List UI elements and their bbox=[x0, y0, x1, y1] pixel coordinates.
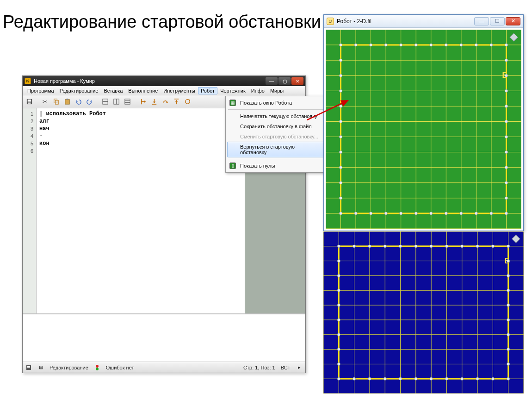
redo-icon[interactable] bbox=[85, 97, 94, 106]
svg-point-129 bbox=[384, 377, 386, 380]
menu-item-3[interactable]: Выполнение bbox=[125, 87, 161, 94]
svg-point-158 bbox=[337, 348, 340, 350]
close-button[interactable]: ✕ bbox=[291, 77, 303, 85]
svg-point-76 bbox=[339, 74, 342, 77]
svg-point-85 bbox=[505, 135, 507, 138]
robot-window: ☺ Робот - 2-D.fil — ☐ ✕ Б bbox=[323, 14, 524, 231]
cut-icon[interactable]: ✂ bbox=[40, 97, 49, 106]
svg-point-50 bbox=[339, 44, 342, 46]
svg-point-66 bbox=[460, 44, 463, 46]
svg-point-141 bbox=[476, 377, 479, 380]
svg-marker-94 bbox=[510, 33, 518, 42]
svg-point-55 bbox=[370, 212, 372, 215]
dropdown-item-4: Сменить стартовую обстановку... bbox=[227, 131, 325, 142]
svg-point-65 bbox=[445, 212, 447, 215]
svg-point-82 bbox=[339, 120, 342, 123]
console[interactable] bbox=[23, 314, 305, 362]
run-cont-icon[interactable] bbox=[183, 97, 192, 106]
svg-point-155 bbox=[507, 319, 510, 321]
svg-point-92 bbox=[339, 197, 342, 200]
code-editor[interactable]: | использовать Робот алг нач · кон bbox=[37, 108, 245, 313]
svg-point-146 bbox=[337, 260, 340, 262]
statusbar: ⊠ Редактирование Ошибок нет Стр: 1, Поз:… bbox=[23, 362, 305, 373]
svg-point-135 bbox=[430, 377, 433, 380]
svg-point-132 bbox=[414, 245, 417, 248]
svg-point-62 bbox=[430, 44, 433, 46]
save-icon[interactable] bbox=[25, 97, 34, 106]
svg-point-69 bbox=[475, 212, 477, 215]
run-into-icon[interactable] bbox=[149, 97, 159, 106]
copy-icon[interactable] bbox=[51, 97, 61, 106]
svg-point-151 bbox=[507, 289, 510, 292]
svg-point-127 bbox=[368, 377, 371, 380]
status-cursor: Стр: 1, Поз: 1 bbox=[243, 365, 275, 370]
status-errors: Ошибок нет bbox=[106, 365, 134, 370]
svg-marker-162 bbox=[512, 235, 520, 243]
svg-point-87 bbox=[505, 151, 507, 154]
svg-point-161 bbox=[507, 362, 510, 365]
menu-item-0[interactable]: Программа bbox=[25, 87, 57, 94]
remote-icon: ▯ bbox=[229, 162, 236, 169]
robot-minimize-button[interactable]: — bbox=[474, 17, 489, 25]
chevron-right-icon[interactable]: ▸ bbox=[296, 364, 303, 371]
app-icon: K bbox=[25, 78, 31, 84]
minimize-button[interactable]: — bbox=[266, 77, 278, 85]
run-over-icon[interactable] bbox=[161, 97, 170, 106]
menu-item-1[interactable]: Редактирование bbox=[57, 87, 101, 94]
svg-point-51 bbox=[339, 212, 342, 215]
svg-point-128 bbox=[384, 245, 386, 248]
panel2-icon[interactable] bbox=[111, 97, 121, 106]
svg-point-63 bbox=[430, 212, 433, 215]
maximize-button[interactable]: ▢ bbox=[278, 77, 291, 85]
svg-point-133 bbox=[414, 377, 417, 380]
run-out-icon[interactable] bbox=[172, 97, 181, 106]
svg-point-81 bbox=[505, 105, 507, 107]
svg-rect-6 bbox=[66, 99, 68, 100]
robot-titlebar[interactable]: ☺ Робот - 2-D.fil — ☐ ✕ bbox=[324, 15, 523, 28]
svg-point-19 bbox=[96, 365, 99, 368]
menu-item-8[interactable]: Миры bbox=[267, 87, 286, 94]
svg-rect-1 bbox=[27, 100, 31, 102]
dropdown-item-3[interactable]: Сохранить обстановку в файл bbox=[227, 121, 325, 131]
undo-icon[interactable] bbox=[74, 97, 83, 106]
traffic-icon bbox=[94, 364, 100, 371]
menu-item-7[interactable]: Инфо bbox=[248, 87, 267, 94]
svg-point-77 bbox=[505, 74, 507, 77]
menu-item-2[interactable]: Вставка bbox=[101, 87, 125, 94]
robot-menu-dropdown: Показать окно Робота▦Напечатать текущую … bbox=[225, 96, 327, 173]
paste-icon[interactable] bbox=[62, 97, 72, 106]
svg-point-53 bbox=[354, 212, 357, 215]
svg-point-153 bbox=[507, 304, 510, 306]
svg-point-156 bbox=[337, 333, 340, 336]
grid-icon: ▦ bbox=[229, 100, 236, 106]
dropdown-item-5[interactable]: Вернуться в стартовую обстановку bbox=[227, 142, 325, 157]
svg-point-140 bbox=[476, 245, 479, 248]
svg-rect-18 bbox=[27, 366, 30, 368]
robot-maximize-button[interactable]: ☐ bbox=[490, 17, 505, 25]
svg-point-54 bbox=[370, 44, 372, 46]
svg-point-148 bbox=[337, 274, 340, 277]
dropdown-item-2[interactable]: Напечатать текущую обстановку bbox=[227, 111, 325, 121]
svg-point-143 bbox=[491, 377, 494, 380]
robot-close-button[interactable]: ✕ bbox=[506, 17, 520, 25]
svg-rect-11 bbox=[124, 99, 130, 104]
kumir-titlebar[interactable]: K Новая программа - Кумир — ▢ ✕ bbox=[23, 76, 305, 86]
svg-point-58 bbox=[400, 44, 402, 46]
dropdown-item-7[interactable]: Показать пульт▯ bbox=[227, 161, 325, 171]
menu-item-5[interactable]: Робот bbox=[198, 87, 217, 94]
dropdown-item-0[interactable]: Показать окно Робота▦ bbox=[227, 98, 325, 108]
svg-point-145 bbox=[507, 377, 510, 380]
svg-point-152 bbox=[337, 304, 340, 306]
panel3-icon[interactable] bbox=[123, 97, 132, 106]
svg-point-126 bbox=[368, 245, 371, 248]
svg-point-68 bbox=[475, 44, 477, 46]
menu-item-6[interactable]: Чертежник bbox=[217, 87, 248, 94]
menu-item-4[interactable]: Инструменты bbox=[161, 87, 198, 94]
svg-rect-2 bbox=[28, 102, 31, 104]
run-step-icon[interactable] bbox=[138, 97, 148, 106]
svg-point-136 bbox=[445, 245, 448, 248]
panel1-icon[interactable] bbox=[100, 97, 110, 106]
robot-field-blue[interactable]: Б bbox=[323, 231, 524, 394]
robot-field-green[interactable]: Б bbox=[326, 30, 521, 229]
svg-point-159 bbox=[507, 348, 510, 350]
